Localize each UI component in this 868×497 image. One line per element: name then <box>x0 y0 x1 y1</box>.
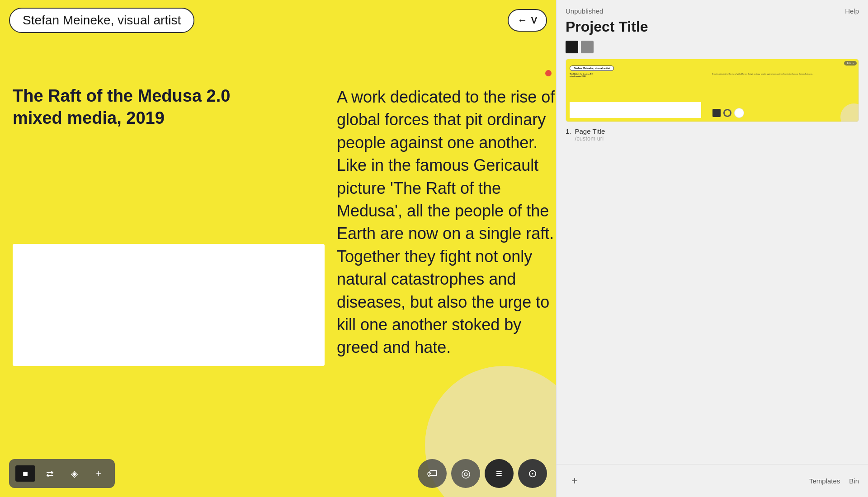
layers-tool-button[interactable]: ◈ <box>64 464 84 483</box>
main-canvas: Stefan Meineke, visual artist ← V The Ra… <box>0 0 556 497</box>
preview-description: A work dedicated to the rise of global f… <box>712 73 855 75</box>
bottom-right-controls: 🏷 ◎ ≡ ⊙ <box>418 459 547 488</box>
page-name: Page Title <box>575 127 605 135</box>
page-list: 1. Page Title /custom url <box>557 122 868 144</box>
templates-button[interactable]: Templates <box>809 477 840 485</box>
preview-shapes <box>712 108 855 118</box>
preview-circle-outline-shape <box>723 109 731 117</box>
page-info: Page Title /custom url <box>575 127 605 142</box>
page-url: /custom url <box>575 135 605 142</box>
list-item[interactable]: 1. Page Title /custom url <box>566 127 859 142</box>
canvas-top-bar: Stefan Meineke, visual artist ← V <box>0 0 556 41</box>
eye-icon: ◎ <box>461 467 471 480</box>
add-tool-button[interactable]: + <box>89 464 108 483</box>
nav-letter: V <box>531 15 537 26</box>
menu-button[interactable]: ≡ <box>485 459 514 488</box>
help-link[interactable]: Help <box>845 7 859 15</box>
back-arrow-icon[interactable]: ← <box>518 14 528 26</box>
preview-close-button[interactable]: Edit ✕ <box>844 61 857 66</box>
preview-circle-white-shape <box>734 108 744 118</box>
image-placeholder <box>13 244 325 366</box>
color-swatch-black[interactable] <box>566 41 578 53</box>
page-number: 1. <box>566 127 571 135</box>
preview-circle-decoration <box>840 103 859 122</box>
swap-icon: ⇄ <box>46 468 54 479</box>
settings-icon: ⊙ <box>528 467 537 480</box>
sidebar-bottom-actions: Templates Bin <box>809 477 859 485</box>
artwork-info: The Raft of the Medusa 2.0 mixed media, … <box>13 86 230 128</box>
close-x-icon: ✕ <box>852 62 854 65</box>
swap-tool-button[interactable]: ⇄ <box>40 464 60 483</box>
sidebar-project-title[interactable]: Project Title <box>557 19 868 41</box>
layers-icon: ◈ <box>71 468 78 479</box>
artwork-subtitle: mixed media, 2019 <box>13 108 230 128</box>
preview-title-pill: Stefan Meineke, visual artist <box>570 66 614 71</box>
tag-icon: 🏷 <box>427 467 438 480</box>
sidebar-bottom: + Templates Bin <box>557 464 868 497</box>
square-icon: ■ <box>23 469 28 479</box>
preview-inner: Edit ✕ Stefan Meineke, visual artist The… <box>566 59 859 122</box>
publish-status: Unpublished <box>566 7 603 15</box>
square-tool-button[interactable]: ■ <box>15 465 35 482</box>
right-sidebar: Unpublished Help Project Title Edit ✕ St… <box>556 0 868 497</box>
artwork-description: A work dedicated to the rise of global f… <box>337 86 556 359</box>
preview-white-box <box>570 102 701 118</box>
nav-controls: ← V <box>508 9 547 32</box>
preview-square-shape <box>712 109 721 117</box>
add-page-button[interactable]: + <box>566 472 584 490</box>
add-icon: + <box>96 469 101 479</box>
menu-icon: ≡ <box>496 467 502 480</box>
page-preview: Edit ✕ Stefan Meineke, visual artist The… <box>566 59 859 122</box>
nav-pill: ← V <box>508 9 547 32</box>
bottom-toolbar: ■ ⇄ ◈ + <box>9 459 115 488</box>
eye-button[interactable]: ◎ <box>451 459 480 488</box>
bin-button[interactable]: Bin <box>849 477 859 485</box>
tag-button[interactable]: 🏷 <box>418 459 447 488</box>
page-title-pill[interactable]: Stefan Meineke, visual artist <box>9 8 194 33</box>
sidebar-header: Unpublished Help <box>557 0 868 19</box>
settings-button[interactable]: ⊙ <box>518 459 547 488</box>
add-page-icon: + <box>571 474 578 487</box>
edit-label: Edit <box>847 62 851 65</box>
color-swatches <box>557 41 868 59</box>
red-dot-indicator <box>545 70 552 76</box>
artwork-title: The Raft of the Medusa 2.0 <box>13 86 230 107</box>
color-swatch-gray[interactable] <box>581 41 594 53</box>
